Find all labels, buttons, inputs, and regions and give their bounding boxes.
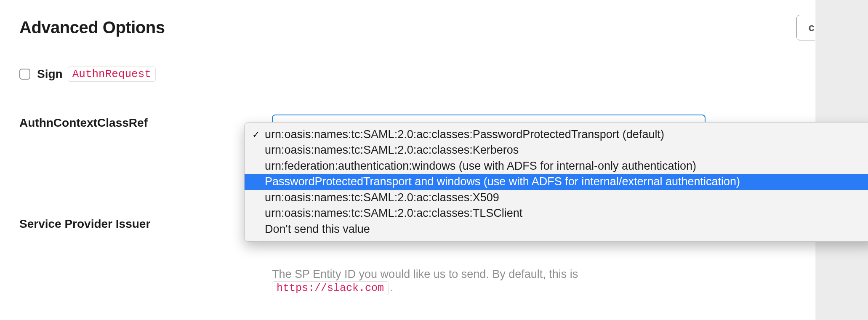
dropdown-option[interactable]: PasswordProtectedTransport and windows (… [245, 174, 868, 189]
checkmark-icon: ✓ [252, 129, 265, 140]
helper-text: The SP Entity ID you would like us to se… [272, 268, 578, 280]
dropdown-option[interactable]: urn:oasis:names:tc:SAML:2.0:ac:classes:T… [245, 205, 868, 221]
dropdown-option-label: PasswordProtectedTransport and windows (… [265, 175, 740, 189]
authncontextclassref-dropdown[interactable]: ✓urn:oasis:names:tc:SAML:2.0:ac:classes:… [244, 122, 868, 242]
sign-authnrequest-checkbox[interactable] [19, 69, 30, 80]
header-row: Advanced Options close [19, 15, 849, 40]
dropdown-option-label: urn:oasis:names:tc:SAML:2.0:ac:classes:P… [265, 128, 664, 141]
authncontextclassref-label: AuthnContextClassRef [19, 115, 272, 130]
dropdown-option-label: urn:federation:authentication:windows (u… [265, 159, 696, 173]
dropdown-option[interactable]: urn:federation:authentication:windows (u… [245, 158, 868, 174]
dropdown-option-label: urn:oasis:names:tc:SAML:2.0:ac:classes:K… [265, 143, 519, 157]
sign-authnrequest-label[interactable]: Sign AuthnRequest [37, 67, 156, 82]
dropdown-option[interactable]: urn:oasis:names:tc:SAML:2.0:ac:classes:K… [245, 142, 868, 158]
dropdown-option-label: urn:oasis:names:tc:SAML:2.0:ac:classes:T… [265, 206, 522, 220]
dropdown-option[interactable]: urn:oasis:names:tc:SAML:2.0:ac:classes:X… [245, 190, 868, 205]
sign-authnrequest-row: Sign AuthnRequest [19, 67, 849, 82]
dropdown-option-label: urn:oasis:names:tc:SAML:2.0:ac:classes:X… [265, 191, 499, 205]
dropdown-option-label: Don't send this value [265, 222, 370, 236]
service-provider-issuer-helper: The SP Entity ID you would like us to se… [272, 268, 849, 294]
dropdown-option[interactable]: Don't send this value [245, 221, 868, 237]
advanced-options-panel: Advanced Options close Sign AuthnRequest… [0, 0, 868, 320]
sign-label-text: Sign [37, 67, 63, 81]
service-provider-issuer-label: Service Provider Issuer [19, 216, 272, 231]
section-title: Advanced Options [19, 18, 165, 37]
dropdown-option[interactable]: ✓urn:oasis:names:tc:SAML:2.0:ac:classes:… [245, 127, 868, 142]
helper-code-chip: https://slack.com [272, 281, 389, 295]
authnrequest-code-chip: AuthnRequest [68, 67, 156, 82]
helper-suffix: . [390, 281, 394, 293]
